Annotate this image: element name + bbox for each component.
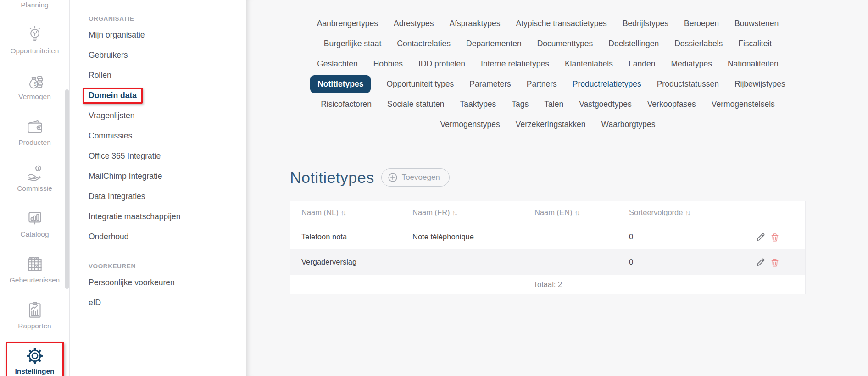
- domain-tab[interactable]: Documenttypes: [537, 39, 593, 49]
- column-header-sorteervolgorde[interactable]: Sorteervolgorde ↑↓: [629, 208, 750, 217]
- cell-naam-nl: Telefoon nota: [301, 232, 412, 241]
- table-body: Telefoon nota Note téléphonique 0: [290, 224, 805, 275]
- domain-tab[interactable]: Bouwstenen: [734, 19, 779, 28]
- menu-item[interactable]: Gebruikers: [89, 50, 128, 60]
- menu-list-organisatie: Mijn organisatieGebruikersRollenDomein d…: [89, 30, 246, 242]
- sort-arrows-icon: ↑↓: [685, 209, 690, 216]
- add-button[interactable]: Toevoegen: [381, 168, 450, 187]
- domain-tab[interactable]: Opportuniteit types: [386, 79, 454, 89]
- main-content: AanbrengertypesAdrestypesAfspraaktypesAt…: [246, 0, 868, 376]
- column-header-naam-en[interactable]: Naam (EN) ↑↓: [534, 208, 629, 217]
- domain-tab[interactable]: Aanbrengertypes: [317, 19, 378, 28]
- tab-row: RisicofactorenSociale statutenTaaktypesT…: [290, 94, 806, 114]
- sidebar-item-label: Producten: [18, 138, 51, 147]
- domain-tab[interactable]: Risicofactoren: [321, 100, 372, 109]
- domain-tab[interactable]: Afspraaktypes: [450, 19, 501, 28]
- sidebar-item-label: Cataloog: [20, 230, 49, 238]
- domain-tab[interactable]: Vermogenstypes: [440, 120, 500, 129]
- sidebar-item-label: Instellingen: [15, 367, 54, 376]
- column-header-naam-fr[interactable]: Naam (FR) ↑↓: [412, 208, 534, 217]
- trash-icon: [770, 257, 780, 267]
- chart-box-icon: [25, 209, 45, 229]
- domain-tab[interactable]: Interne relatietypes: [481, 59, 549, 69]
- delete-button[interactable]: [770, 232, 780, 242]
- domain-tab[interactable]: Partners: [527, 79, 557, 89]
- delete-button[interactable]: [770, 257, 780, 267]
- domain-tab[interactable]: Nationaliteiten: [728, 59, 779, 69]
- sidebar-item[interactable]: Rapporten: [0, 300, 69, 330]
- notitietypes-table: Naam (NL) ↑↓ Naam (FR) ↑↓ Naam (EN) ↑↓ S…: [290, 201, 806, 294]
- domain-tab[interactable]: Tags: [512, 100, 529, 109]
- sidebar-scrollbar-thumb[interactable]: [65, 89, 69, 289]
- domain-tab[interactable]: Talen: [544, 100, 563, 109]
- domain-tab[interactable]: Klantenlabels: [565, 59, 613, 69]
- cell-naam-nl: Vergaderverslag: [301, 258, 412, 266]
- domain-tab[interactable]: Parameters: [469, 79, 511, 89]
- domain-tab[interactable]: Contactrelaties: [397, 39, 451, 49]
- domain-tab[interactable]: Notitietypes: [310, 75, 371, 93]
- domain-tab[interactable]: Atypische transactietypes: [516, 19, 606, 28]
- moneybag-icon: $: [25, 71, 45, 91]
- sidebar-item[interactable]: Commissie: [0, 163, 69, 193]
- edit-button[interactable]: [756, 257, 766, 267]
- sidebar-item[interactable]: Opportuniteiten: [0, 25, 69, 55]
- domain-tab[interactable]: Beroepen: [684, 19, 719, 28]
- edit-button[interactable]: [756, 232, 766, 242]
- domain-tab[interactable]: Doelstellingen: [608, 39, 659, 49]
- domain-tab[interactable]: Landen: [629, 59, 655, 69]
- domain-tab[interactable]: Fiscaliteit: [738, 39, 772, 49]
- domain-tab[interactable]: Productrelatietypes: [573, 79, 641, 89]
- menu-item[interactable]: Integratie maatschappijen: [89, 211, 180, 221]
- menu-item[interactable]: Mijn organisatie: [89, 30, 145, 40]
- menu-item[interactable]: Data Integraties: [89, 191, 145, 201]
- menu-item[interactable]: Office 365 Integratie: [89, 151, 161, 161]
- domain-tab[interactable]: Rijbewijstypes: [734, 79, 785, 89]
- menu-list-voorkeuren: Persoonlijke voorkeureneID: [89, 277, 246, 308]
- domain-tab[interactable]: Burgerlijke staat: [324, 39, 381, 49]
- domain-tab[interactable]: Bedrijfstypes: [623, 19, 668, 28]
- sidebar-item[interactable]: Cataloog: [0, 209, 69, 238]
- menu-item[interactable]: Domein data: [83, 88, 143, 104]
- sidebar-item-label: Gebeurtenissen: [10, 276, 60, 284]
- column-header-naam-nl[interactable]: Naam (NL) ↑↓: [301, 208, 412, 217]
- sidebar-item-label: Opportuniteiten: [11, 47, 59, 55]
- domain-tab[interactable]: Verkoopfases: [647, 100, 696, 109]
- page-title: Notitietypes: [290, 169, 374, 187]
- domain-tab[interactable]: Mediatypes: [671, 59, 712, 69]
- domain-tab[interactable]: Vermogenstelsels: [712, 100, 775, 109]
- menu-item[interactable]: Onderhoud: [89, 232, 129, 242]
- domain-tab[interactable]: Verzekeringstakken: [516, 120, 586, 129]
- domain-tab[interactable]: Departementen: [466, 39, 522, 49]
- menu-item[interactable]: MailChimp Integratie: [89, 171, 162, 181]
- domain-tab[interactable]: Hobbies: [373, 59, 403, 69]
- sidebar-item-label: Planning: [21, 1, 48, 9]
- domain-data-tabs: AanbrengertypesAdrestypesAfspraaktypesAt…: [290, 13, 806, 134]
- pencil-icon: [756, 257, 766, 267]
- domain-tab[interactable]: IDD profielen: [418, 59, 465, 69]
- sidebar-item[interactable]: Gebeurtenissen: [0, 254, 69, 284]
- menu-item[interactable]: Rollen: [89, 70, 111, 80]
- sidebar-item[interactable]: Planning: [0, 1, 69, 9]
- menu-item[interactable]: Vragenlijsten: [89, 111, 135, 121]
- menu-item[interactable]: eID: [89, 298, 101, 308]
- domain-tab[interactable]: Taaktypes: [460, 100, 496, 109]
- menu-item[interactable]: Persoonlijke voorkeuren: [89, 277, 175, 288]
- domain-tab[interactable]: Sociale statuten: [387, 100, 445, 109]
- plus-circle-icon: [388, 172, 398, 182]
- cell-sorteervolgorde: 0: [629, 232, 750, 241]
- sidebar-item[interactable]: Producten: [0, 117, 69, 147]
- domain-tab[interactable]: Adrestypes: [394, 19, 434, 28]
- sidebar-item[interactable]: $ Vermogen: [0, 71, 69, 101]
- table-row: Vergaderverslag 0: [290, 249, 805, 275]
- domain-tab[interactable]: Dossierlabels: [674, 39, 723, 49]
- svg-text:$: $: [33, 82, 36, 87]
- domain-tab[interactable]: Waarborgtypes: [601, 120, 656, 129]
- domain-tab[interactable]: Geslachten: [317, 59, 358, 69]
- section-title-row: Notitietypes Toevoegen: [290, 168, 868, 187]
- add-button-label: Toevoegen: [402, 173, 440, 182]
- domain-tab[interactable]: Vastgoedtypes: [579, 100, 631, 109]
- primary-sidebar: Planning Opportuniteiten $ Vermogen Prod…: [0, 0, 70, 376]
- sidebar-item[interactable]: Instellingen: [6, 342, 64, 376]
- domain-tab[interactable]: Productstatussen: [657, 79, 719, 89]
- menu-item[interactable]: Commissies: [89, 131, 132, 141]
